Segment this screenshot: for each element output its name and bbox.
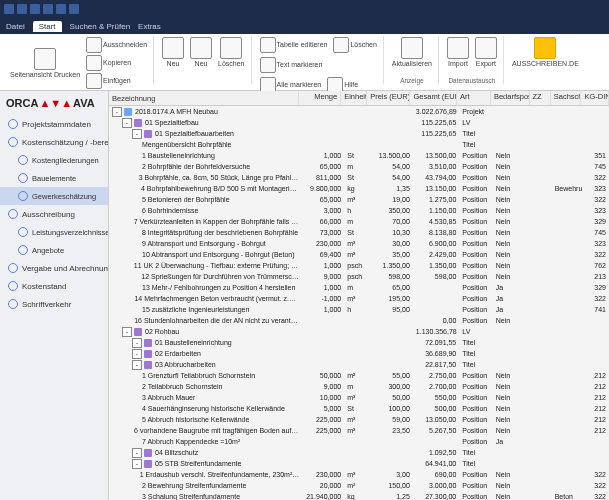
col-menge[interactable]: Menge [299, 91, 341, 105]
table-row[interactable]: -01 Spezialtiefbauarbeiten115.225,65Tite… [109, 128, 609, 139]
tree-toggle[interactable]: - [122, 327, 132, 337]
tree-toggle[interactable]: - [132, 448, 142, 458]
cell-preis: 54,00 [370, 161, 413, 172]
table-row[interactable]: 11 UK 2 Überwachung - Tiefbau: externe P… [109, 260, 609, 271]
sidebar-item[interactable]: Bauelemente [0, 169, 108, 187]
table-row[interactable]: 10 Abtransport und Entsorgung - Bohrgut … [109, 249, 609, 260]
mark-text-button[interactable]: Text markieren [258, 56, 325, 74]
table-row[interactable]: 1 Baustelleneinrichtung1,000St13.500,001… [109, 150, 609, 161]
table-row[interactable]: 6 vorhandene Baugrube mit tragfähigen Bo… [109, 425, 609, 436]
table-row[interactable]: 12 Sprießungen für Durchführen von Trümm… [109, 271, 609, 282]
col-kg-din[interactable]: KG-DIN [581, 91, 609, 105]
col-gesamt[interactable]: Gesamt (EUR) [410, 91, 457, 105]
table-row[interactable]: 16 Stundenlohnarbeiten die der AN nicht … [109, 315, 609, 326]
table-row[interactable]: 5 Betonieren der Bohrpfähle65,000m³19,00… [109, 194, 609, 205]
table-row[interactable]: Mengenübersicht BohrpfähleTitel [109, 139, 609, 150]
cell-bedarf: Ja [493, 304, 531, 315]
tree-toggle[interactable]: - [132, 360, 142, 370]
sidebar-item[interactable]: Kostenstand [0, 277, 108, 295]
table-row[interactable]: -04 Blitzschutz1.092,50Titel [109, 447, 609, 458]
tb-icon[interactable] [69, 4, 79, 14]
table-row[interactable]: -02 Rohbau1.130.356,78LV [109, 326, 609, 337]
table-row[interactable]: 1 Grenzturfl Teilabbruch Schornstein50,0… [109, 370, 609, 381]
tb-icon[interactable] [30, 4, 40, 14]
cut-button[interactable]: Ausschneiden [84, 36, 149, 54]
table-row[interactable]: 3 Bohrpfähle, ca. 8cm, 50 Stück, Länge p… [109, 172, 609, 183]
tree-toggle[interactable]: - [132, 338, 142, 348]
table-row[interactable]: 7 Abbruch Kappendecke =10m²PositionJa [109, 436, 609, 447]
col-zz[interactable]: ZZ [530, 91, 551, 105]
table-body[interactable]: -2018.0174.A MFH Neubau3.022.676,89Proje… [109, 106, 609, 500]
ausschreiben-button[interactable]: AUSSCHREIBEN.DE [510, 36, 581, 68]
table-row[interactable]: -2018.0174.A MFH Neubau3.022.676,89Proje… [109, 106, 609, 117]
table-row[interactable]: 14 Mehrfachmengen Beton verbraucht (verm… [109, 293, 609, 304]
cell-art: Position [459, 392, 493, 403]
table-row[interactable]: 2 Bohrpfähle der Bohrfeldversuche65,000m… [109, 161, 609, 172]
copy-button[interactable]: Kopieren [84, 54, 149, 72]
table-row[interactable]: 5 Abbruch historische Kellerwände225,000… [109, 414, 609, 425]
sidebar-item[interactable]: Kostengliederungen [0, 151, 108, 169]
table-row[interactable]: 9 Abtransport und Entsorgung - Bohrgut23… [109, 238, 609, 249]
col-art[interactable]: Art [457, 91, 491, 105]
cell-preis: 598,00 [370, 271, 413, 282]
cell-kg [582, 117, 609, 128]
sidebar-item[interactable]: Kostenschätzung / -berechnung [0, 133, 108, 151]
table-row[interactable]: 6 Bohrhindernisse3,000h350,001.150,00Pos… [109, 205, 609, 216]
sidebar-item[interactable]: Schriftverkehr [0, 295, 108, 313]
tree-toggle[interactable]: - [132, 129, 142, 139]
delete-button[interactable]: Löschen [216, 36, 246, 68]
tree-toggle[interactable]: - [122, 118, 132, 128]
sidebar-item[interactable]: Angebote [0, 241, 108, 259]
table-row[interactable]: 2 Bewehrung Streifenfundamente20,000m²15… [109, 480, 609, 491]
table-row[interactable]: -01 Baustelleneinrichtung72.091,55Titel [109, 337, 609, 348]
paste-button[interactable]: Einfügen [84, 72, 149, 90]
tree-toggle[interactable]: - [112, 107, 122, 117]
col-preis[interactable]: Preis (EUR) [367, 91, 410, 105]
table-row[interactable]: 3 Abbruch Mauer10,000m³50,00550,00Positi… [109, 392, 609, 403]
edit-table-button[interactable]: Tabelle editieren Löschen [258, 36, 379, 54]
table-row[interactable]: 7 Verkürzteanleiten in Kappen der Bohrpf… [109, 216, 609, 227]
import-button[interactable]: Import [445, 36, 471, 68]
table-row[interactable]: 15 zusätzliche Ingenieurleistungen1,000h… [109, 304, 609, 315]
table-row[interactable]: -02 Erdarbeiten36.689,90Titel [109, 348, 609, 359]
export-button[interactable]: Export [473, 36, 499, 68]
tree-toggle[interactable]: - [132, 349, 142, 359]
menu-start[interactable]: Start [33, 21, 62, 32]
table-row[interactable]: 4 Sauerhänginserung historische Kellerwä… [109, 403, 609, 414]
paste-icon [86, 73, 102, 89]
table-row[interactable]: 4 Bohrpfahlbewehrung B/D 500 S mit Monta… [109, 183, 609, 194]
table-row[interactable]: 2 Teilabbruch Schornstein9,000m300,002.7… [109, 381, 609, 392]
tb-icon[interactable] [43, 4, 53, 14]
tb-icon[interactable] [4, 4, 14, 14]
table-row[interactable]: 1 Erdaushub verschl. Streifenfundamente,… [109, 469, 609, 480]
tb-icon[interactable] [56, 4, 66, 14]
col-sachschluessel[interactable]: Sachschlüssel [551, 91, 582, 105]
tb-icon[interactable] [17, 4, 27, 14]
print-preview-button[interactable]: Seitenansicht Drucken [8, 47, 82, 79]
table-row[interactable]: 8 Integritätsprüfung der beschriebenen B… [109, 227, 609, 238]
new-button[interactable]: Neu [160, 36, 186, 68]
table-row[interactable]: 3 Schalung Streifenfundamente21.940,000k… [109, 491, 609, 500]
table-row[interactable]: 13 Mehr-/ Fehlbohrungen zu Position 4 he… [109, 282, 609, 293]
cell-gesamt: 2.429,00 [413, 249, 459, 260]
table-row[interactable]: -03 Abbrucharbeiten22.817,50Titel [109, 359, 609, 370]
sidebar-icon [18, 191, 28, 201]
row-label: 04 Blitzschutz [155, 447, 198, 458]
tree-toggle[interactable]: - [132, 459, 142, 469]
table-row[interactable]: -01 Spezialtiefbau115.225,65LV [109, 117, 609, 128]
col-bezeichnung[interactable]: Bezeichnung [109, 91, 299, 105]
col-bedarf[interactable]: Bedarfsposition [491, 91, 530, 105]
new-button-2[interactable]: Neu [188, 36, 214, 68]
sidebar-item[interactable]: Gewerkeschätzung [0, 187, 108, 205]
ribbon-group-anzeige: Aktualisieren Anzeige [386, 36, 439, 84]
table-row[interactable]: -05 STB Streifenfundamente64.941,00Titel [109, 458, 609, 469]
menu-extras[interactable]: Extras [138, 22, 161, 31]
refresh-button[interactable]: Aktualisieren [390, 36, 434, 68]
col-einheit[interactable]: Einheit [341, 91, 367, 105]
sidebar-item[interactable]: Projektstammdaten [0, 115, 108, 133]
sidebar-item[interactable]: Leistungsverzeichnisse [0, 223, 108, 241]
menu-suchen-pruefen[interactable]: Suchen & Prüfen [70, 22, 130, 31]
sidebar-item[interactable]: Vergabe und Abrechnung [0, 259, 108, 277]
menu-datei[interactable]: Datei [6, 22, 25, 31]
sidebar-item[interactable]: Ausschreibung [0, 205, 108, 223]
